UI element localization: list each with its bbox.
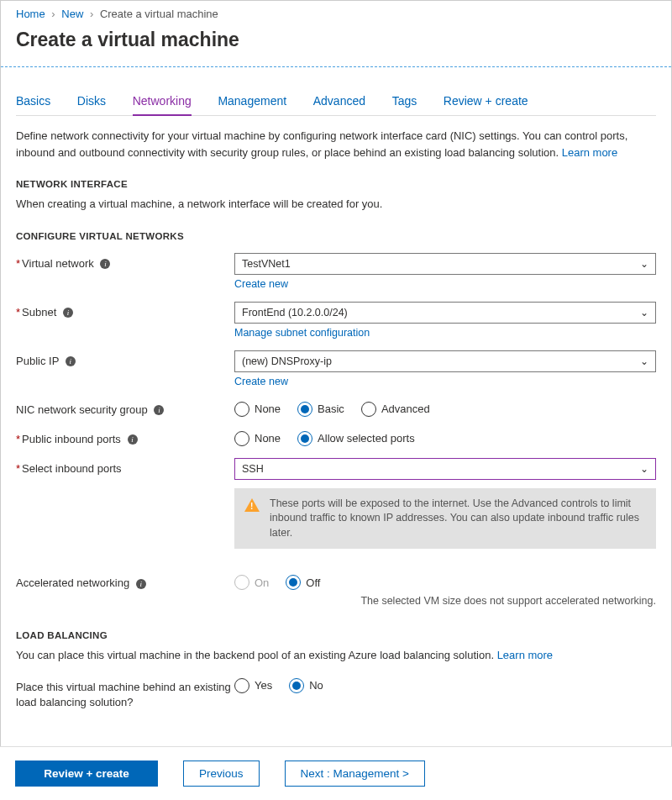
chevron-down-icon: ⌄ [640, 307, 648, 318]
subnet-select[interactable]: FrontEnd (10.2.0.0/24) ⌄ [234, 302, 656, 324]
create-new-ip-link[interactable]: Create new [234, 376, 288, 387]
info-icon[interactable]: i [100, 259, 110, 269]
nsg-radio-group: None Basic Advanced [234, 399, 656, 417]
manage-subnet-link[interactable]: Manage subnet configuration [234, 327, 370, 339]
section-configure-vnets: CONFIGURE VIRTUAL NETWORKS [16, 231, 656, 241]
label-lb-question: Place this virtual machine behind an exi… [16, 676, 234, 710]
section-network-interface: NETWORK INTERFACE [16, 179, 656, 189]
public-ip-select[interactable]: (new) DNSProxy-ip ⌄ [234, 350, 656, 372]
label-select-inbound-ports: *Select inbound ports [16, 458, 234, 475]
info-icon[interactable]: i [128, 434, 138, 445]
tabs: Basics Disks Networking Management Advan… [16, 89, 656, 116]
section-load-balancing: LOAD BALANCING [16, 630, 656, 640]
select-inbound-ports-select[interactable]: SSH ⌄ [234, 458, 656, 480]
network-interface-desc: When creating a virtual machine, a netwo… [16, 196, 656, 213]
breadcrumb-current: Create a virtual machine [100, 8, 218, 20]
chevron-down-icon: ⌄ [640, 463, 648, 475]
breadcrumb: Home › New › Create a virtual machine [1, 1, 671, 24]
pip-radio-allow[interactable]: Allow selected ports [297, 431, 415, 446]
info-icon[interactable]: i [136, 579, 146, 589]
accel-radio-group: On Off [234, 572, 656, 590]
label-public-ip: Public IP i [16, 350, 234, 367]
info-icon[interactable]: i [63, 308, 73, 318]
next-button[interactable]: Next : Management > [285, 761, 425, 787]
label-accelerated-networking: Accelerated networking i [16, 572, 234, 589]
load-balancing-desc: You can place this virtual machine in th… [16, 647, 656, 664]
label-public-inbound-ports: *Public inbound ports i [16, 429, 234, 445]
lb-radio-no[interactable]: No [289, 678, 323, 693]
chevron-down-icon: ⌄ [640, 258, 648, 270]
review-create-button[interactable]: Review + create [15, 761, 158, 787]
nsg-radio-advanced[interactable]: Advanced [361, 402, 430, 417]
info-icon[interactable]: i [154, 405, 164, 415]
breadcrumb-home[interactable]: Home [16, 8, 45, 20]
virtual-network-select[interactable]: TestVNet1 ⌄ [234, 253, 656, 275]
breadcrumb-new[interactable]: New [61, 8, 83, 20]
chevron-down-icon: ⌄ [640, 355, 648, 367]
info-icon[interactable]: i [66, 356, 76, 366]
pip-radio-group: None Allow selected ports [234, 429, 656, 446]
footer: Review + create Previous Next : Manageme… [0, 746, 672, 800]
previous-button[interactable]: Previous [183, 761, 260, 787]
page-title: Create a virtual machine [1, 24, 671, 66]
chevron-right-icon: › [90, 8, 93, 20]
chevron-right-icon: › [51, 8, 55, 20]
tab-disks[interactable]: Disks [77, 89, 106, 114]
accel-helper-text: The selected VM size does not support ac… [234, 595, 656, 607]
accel-radio-on: On [234, 575, 269, 590]
tab-networking[interactable]: Networking [133, 89, 192, 116]
nsg-radio-basic[interactable]: Basic [297, 402, 344, 417]
lb-radio-group: Yes No [234, 676, 656, 693]
intro-text: Define network connectivity for your vir… [16, 128, 656, 161]
learn-more-link[interactable]: Learn more [562, 146, 617, 159]
learn-more-link[interactable]: Learn more [497, 649, 553, 661]
label-virtual-network: *Virtual network i [16, 253, 234, 270]
tab-review[interactable]: Review + create [444, 89, 528, 114]
tab-basics[interactable]: Basics [16, 89, 50, 114]
tab-advanced[interactable]: Advanced [313, 89, 365, 114]
warning-banner: These ports will be exposed to the inter… [234, 488, 656, 550]
tab-tags[interactable]: Tags [392, 89, 417, 114]
create-new-vnet-link[interactable]: Create new [234, 278, 288, 290]
label-subnet: *Subnet i [16, 302, 234, 318]
tab-management[interactable]: Management [218, 89, 286, 114]
warning-icon [244, 498, 260, 512]
nsg-radio-none[interactable]: None [234, 402, 281, 417]
lb-radio-yes[interactable]: Yes [234, 678, 272, 693]
label-nsg: NIC network security group i [16, 399, 234, 416]
accel-radio-off[interactable]: Off [286, 575, 320, 590]
pip-radio-none[interactable]: None [234, 431, 281, 446]
